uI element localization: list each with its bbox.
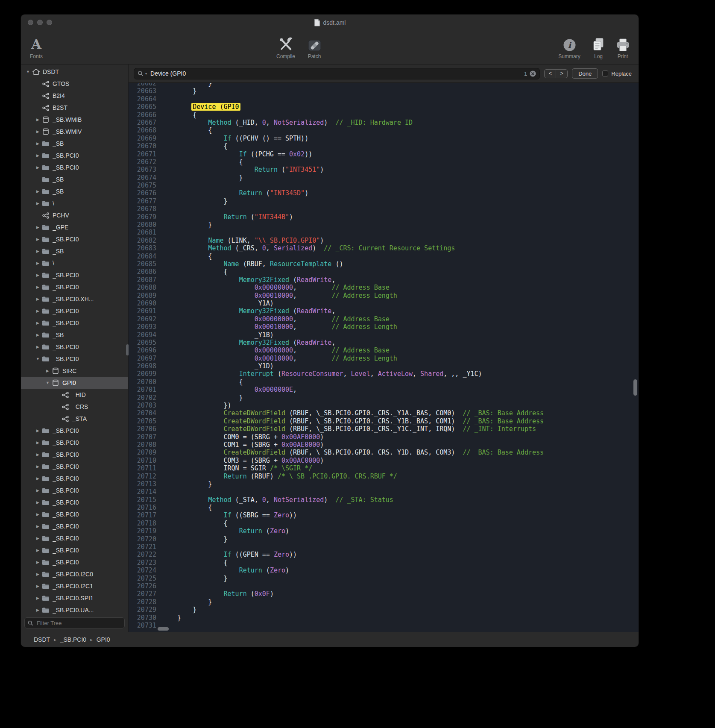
code-text[interactable] bbox=[158, 622, 639, 629]
code-text[interactable]: } bbox=[158, 83, 639, 87]
sidebar-item-sbpci0[interactable]: ▶_SB.PCI0 bbox=[21, 269, 128, 281]
breadcrumb-item-gpi0[interactable]: GPI0 bbox=[97, 636, 110, 643]
code-text[interactable]: }) bbox=[158, 402, 639, 409]
code-text[interactable] bbox=[158, 582, 639, 590]
disclosure-closed-icon[interactable]: ▶ bbox=[34, 464, 41, 469]
fonts-button[interactable]: A Fonts bbox=[24, 33, 48, 59]
disclosure-closed-icon[interactable]: ▶ bbox=[34, 297, 41, 301]
code-text[interactable]: 0x00000000, // Address Base bbox=[158, 284, 639, 291]
sidebar-item-gtos[interactable]: GTOS bbox=[21, 78, 128, 90]
sidebar-item-sbpci0[interactable]: ▶_SB.PCI0 bbox=[21, 341, 128, 353]
code-text[interactable]: Memory32Fixed (ReadWrite, bbox=[158, 339, 639, 346]
filter-tree-field[interactable] bbox=[24, 617, 125, 628]
code-text[interactable]: CreateDWordField (RBUF, \_SB.PCI0.GPI0._… bbox=[158, 409, 639, 417]
code-text[interactable]: Device (GPI0 bbox=[158, 103, 639, 111]
sidebar-item-hid[interactable]: _HID bbox=[21, 389, 128, 401]
code-text[interactable] bbox=[158, 543, 639, 551]
disclosure-closed-icon[interactable]: ▶ bbox=[34, 345, 41, 349]
disclosure-closed-icon[interactable]: ▶ bbox=[34, 273, 41, 277]
sidebar-item-sbpci0[interactable]: ▶_SB.PCI0 bbox=[21, 161, 128, 173]
find-next-button[interactable]: > bbox=[556, 69, 568, 78]
sidebar-item-gpe[interactable]: ▶_GPE bbox=[21, 221, 128, 233]
disclosure-closed-icon[interactable]: ▶ bbox=[34, 261, 41, 265]
code-text[interactable]: COM1 = (SBRG + 0x00AE0000) bbox=[158, 441, 639, 449]
code-text[interactable]: { bbox=[158, 158, 639, 166]
close-button[interactable] bbox=[28, 20, 33, 25]
code-text[interactable]: { bbox=[158, 268, 639, 276]
breadcrumb-item-sbpci0[interactable]: _SB.PCI0 bbox=[60, 636, 86, 643]
disclosure-open-icon[interactable]: ▼ bbox=[24, 70, 32, 74]
code-text[interactable]: Name (LINK, "\\_SB.PCI0.GPI0") bbox=[158, 237, 639, 244]
sidebar-item-sbpci0[interactable]: ▶_SB.PCI0 bbox=[21, 508, 128, 520]
code-text[interactable]: } bbox=[158, 480, 639, 488]
code-text[interactable]: { bbox=[158, 504, 639, 511]
disclosure-closed-icon[interactable]: ▶ bbox=[34, 512, 41, 517]
sidebar-item-sbpci0[interactable]: ▶_SB.PCI0 bbox=[21, 449, 128, 461]
sidebar-item-crs[interactable]: _CRS bbox=[21, 401, 128, 413]
disclosure-closed-icon[interactable]: ▶ bbox=[34, 500, 41, 505]
sidebar-item-sbpci0[interactable]: ▶_SB.PCI0 bbox=[21, 425, 128, 437]
disclosure-closed-icon[interactable]: ▶ bbox=[34, 141, 41, 146]
sidebar-item-sbpci0[interactable]: ▼_SB.PCI0 bbox=[21, 353, 128, 365]
sidebar-item-gpi0[interactable]: ▼GPI0 bbox=[21, 377, 128, 389]
sidebar-item-dsdt[interactable]: ▼DSDT bbox=[21, 66, 128, 78]
code-text[interactable]: } bbox=[158, 598, 639, 606]
disclosure-closed-icon[interactable]: ▶ bbox=[34, 596, 41, 600]
code-text[interactable] bbox=[158, 182, 639, 189]
code-text[interactable]: 0x0000000E, bbox=[158, 386, 639, 393]
sidebar-item-sbwmib[interactable]: ▶_SB.WMIB bbox=[21, 114, 128, 126]
disclosure-closed-icon[interactable]: ▶ bbox=[34, 429, 41, 433]
code-text[interactable]: _Y1A) bbox=[158, 299, 639, 307]
sidebar-item-[interactable]: ▶\ bbox=[21, 257, 128, 269]
disclosure-closed-icon[interactable]: ▶ bbox=[34, 440, 41, 445]
code-text[interactable]: Name (RBUF, ResourceTemplate () bbox=[158, 260, 639, 268]
sidebar-item-sbpci0[interactable]: ▶_SB.PCI0 bbox=[21, 473, 128, 484]
sidebar-item-sbwmiv[interactable]: ▶_SB.WMIV bbox=[21, 126, 128, 138]
find-previous-button[interactable]: < bbox=[544, 69, 556, 78]
code-text[interactable]: 0x00010000, // Address Length bbox=[158, 355, 639, 362]
sidebar-item-b2i4[interactable]: B2I4 bbox=[21, 90, 128, 102]
code-text[interactable]: } bbox=[158, 197, 639, 205]
code-text[interactable]: CreateDWordField (RBUF, \_SB.PCI0.GPI0._… bbox=[158, 425, 639, 433]
sidebar-item-sb[interactable]: ▶_SB bbox=[21, 185, 128, 197]
code-text[interactable]: } bbox=[158, 394, 639, 402]
sidebar-item-sbpci0[interactable]: ▶_SB.PCI0 bbox=[21, 281, 128, 293]
code-text[interactable]: Method (_CRS, 0, Serialized) // _CRS: Cu… bbox=[158, 244, 639, 252]
code-text[interactable]: COM3 = (SBRG + 0x00AC0000) bbox=[158, 457, 639, 464]
code-text[interactable]: 0x00000000, // Address Base bbox=[158, 315, 639, 323]
code-text[interactable]: Return (Zero) bbox=[158, 527, 639, 535]
code-text[interactable]: If ((SBRG == Zero)) bbox=[158, 511, 639, 519]
search-scope-caret-icon[interactable]: ▾ bbox=[145, 72, 147, 76]
code-text[interactable]: Return ("INT344B") bbox=[158, 213, 639, 221]
sidebar-item-sta[interactable]: _STA bbox=[21, 413, 128, 425]
clear-search-icon[interactable] bbox=[530, 70, 536, 77]
code-text[interactable]: Return (0x0F) bbox=[158, 590, 639, 598]
disclosure-closed-icon[interactable]: ▶ bbox=[34, 225, 41, 229]
code-text[interactable]: } bbox=[158, 174, 639, 182]
code-text[interactable]: } bbox=[158, 614, 639, 622]
sidebar-item-sbpci0[interactable]: ▶_SB.PCI0 bbox=[21, 544, 128, 556]
code-text[interactable]: } bbox=[158, 87, 639, 95]
code-text[interactable]: 0x00010000, // Address Length bbox=[158, 292, 639, 299]
code-text[interactable]: CreateDWordField (RBUF, \_SB.PCI0.GPI0._… bbox=[158, 449, 639, 456]
code-text[interactable]: { bbox=[158, 520, 639, 527]
code-text[interactable] bbox=[158, 205, 639, 213]
code-text[interactable]: } bbox=[158, 535, 639, 543]
sidebar-item-sbpci0ua[interactable]: ▶_SB.PCI0.UA... bbox=[21, 604, 128, 615]
sidebar-item-sb[interactable]: _SB bbox=[21, 173, 128, 185]
code-text[interactable]: { bbox=[158, 252, 639, 260]
code-text[interactable]: } bbox=[158, 221, 639, 229]
disclosure-closed-icon[interactable]: ▶ bbox=[34, 452, 41, 457]
sidebar-item-b2st[interactable]: B2ST bbox=[21, 102, 128, 114]
sidebar-item-sbpci0spi1[interactable]: ▶_SB.PCI0.SPI1 bbox=[21, 592, 128, 604]
sidebar-item-sbpci0[interactable]: ▶_SB.PCI0 bbox=[21, 532, 128, 544]
disclosure-closed-icon[interactable]: ▶ bbox=[34, 309, 41, 313]
patch-button[interactable]: Patch bbox=[304, 33, 325, 59]
sidebar-item-sb[interactable]: ▶_SB bbox=[21, 245, 128, 257]
code-text[interactable]: IRQN = SGIR /* \SGIR */ bbox=[158, 464, 639, 472]
code-text[interactable]: 0x00000000, // Address Base bbox=[158, 346, 639, 354]
disclosure-closed-icon[interactable]: ▶ bbox=[34, 321, 41, 325]
code-text[interactable]: COM0 = (SBRG + 0x00AF0000) bbox=[158, 433, 639, 441]
code-text[interactable]: If ((PCHG == 0x02)) bbox=[158, 150, 639, 158]
disclosure-closed-icon[interactable]: ▶ bbox=[34, 117, 41, 122]
